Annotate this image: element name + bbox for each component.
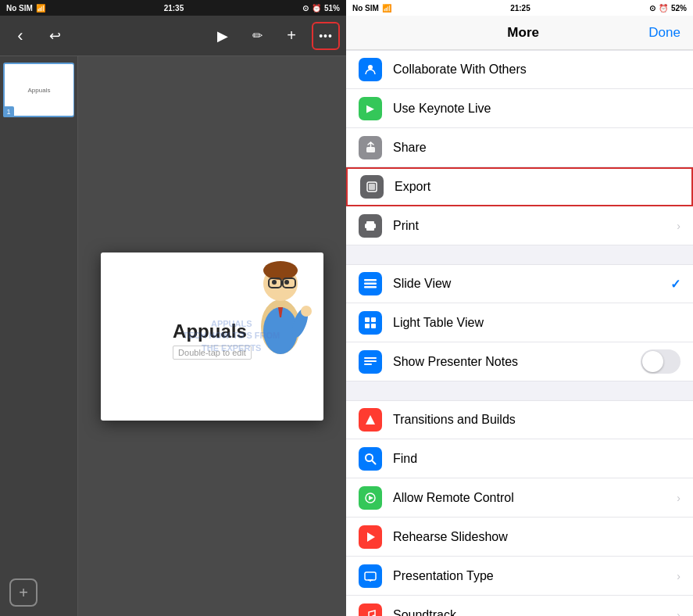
status-right-indicators-left: ⊙ ⏰ 51% (302, 4, 340, 13)
find-label: Find (393, 452, 680, 466)
remote-control-icon (359, 486, 382, 510)
right-panel: No SIM 📶 21:25 ⊙ ⏰ 52% More Done (346, 0, 693, 616)
find-icon (359, 447, 382, 471)
rehearse-icon (359, 525, 382, 549)
presenter-notes-icon (359, 350, 382, 374)
menu-list: Collaborate With Others ▶ Use Keynote Li… (346, 50, 693, 616)
battery-left: 51% (324, 4, 340, 13)
carrier-group-right: No SIM 📶 (352, 4, 391, 13)
menu-item-find[interactable]: Find (346, 439, 693, 478)
menu-section-1: Collaborate With Others ▶ Use Keynote Li… (346, 50, 693, 245)
light-table-label: Light Table View (393, 316, 680, 330)
export-label: Export (395, 180, 679, 194)
toolbar-title: More (507, 25, 539, 41)
slide-view-icon (359, 272, 382, 295)
svg-point-3 (272, 280, 277, 285)
menu-item-presentation-type[interactable]: Presentation Type › (346, 557, 693, 596)
menu-item-print[interactable]: Print › (346, 206, 693, 245)
time-right: 21:25 (510, 4, 530, 13)
svg-rect-36 (365, 572, 376, 580)
toolbar-left: ‹ ↩ ▶ ✏ + ••• (0, 16, 346, 56)
svg-point-2 (263, 261, 298, 280)
presentation-type-chevron-icon: › (677, 570, 680, 582)
soundtrack-chevron-icon: › (677, 609, 680, 617)
menu-item-collaborate[interactable]: Collaborate With Others (346, 50, 693, 89)
svg-rect-22 (364, 286, 377, 288)
back-button[interactable]: ‹ (6, 22, 34, 50)
menu-item-soundtrack[interactable]: Soundtrack › (346, 596, 693, 616)
remote-control-label: Allow Remote Control (393, 491, 677, 505)
slide-view-check-icon: ✓ (670, 277, 680, 292)
menu-item-transitions[interactable]: Transitions and Builds (346, 400, 693, 439)
menu-item-presenter-notes[interactable]: Show Presenter Notes (346, 342, 693, 381)
svg-rect-23 (365, 317, 370, 322)
menu-item-slide-view[interactable]: Slide View ✓ (346, 264, 693, 303)
status-left-group: No SIM 📶 (6, 4, 45, 13)
menu-item-share[interactable]: Share (346, 128, 693, 167)
collaborate-icon (359, 58, 382, 81)
wifi-icon-right: 📶 (382, 4, 391, 13)
presentation-type-icon (359, 564, 382, 588)
svg-marker-34 (369, 496, 373, 500)
svg-marker-30 (366, 415, 375, 424)
share-label: Share (393, 141, 680, 155)
slide-thumbnail-1[interactable]: Appuals 1 (3, 63, 74, 117)
soundtrack-label: Soundtrack (393, 608, 677, 617)
time-left: 21:35 (164, 4, 184, 13)
svg-rect-27 (364, 357, 377, 359)
left-panel: No SIM 📶 21:35 ⊙ ⏰ 51% ‹ ↩ ▶ ✏ + ••• App… (0, 0, 346, 616)
svg-rect-29 (364, 364, 372, 365)
slide-subtitle: Double-tap to edit (173, 346, 252, 360)
svg-rect-26 (371, 324, 376, 328)
presenter-notes-label: Show Presenter Notes (393, 355, 641, 369)
presentation-type-label: Presentation Type (393, 569, 677, 583)
add-button[interactable]: + (277, 22, 305, 50)
svg-rect-20 (364, 279, 377, 281)
remote-control-chevron-icon: › (677, 492, 680, 504)
more-button[interactable]: ••• (312, 22, 340, 50)
add-slide-button[interactable]: + (9, 578, 38, 607)
play-button[interactable]: ▶ (209, 22, 237, 50)
toggle-knob (642, 351, 663, 372)
collaborate-label: Collaborate With Others (393, 63, 680, 77)
print-chevron-icon: › (677, 220, 680, 232)
print-icon (359, 214, 382, 238)
svg-rect-25 (365, 324, 370, 328)
menu-item-keynote-live[interactable]: ▶ Use Keynote Live (346, 89, 693, 128)
menu-item-export[interactable]: Export (346, 167, 693, 206)
menu-item-light-table[interactable]: Light Table View (346, 303, 693, 342)
menu-section-3: Transitions and Builds Find (346, 400, 693, 616)
slide-main-title: Appuals (173, 321, 252, 342)
section-divider-1 (346, 245, 693, 264)
location-icon-left: ⊙ (302, 4, 309, 13)
wifi-icon-left: 📶 (36, 4, 45, 13)
transitions-icon (359, 408, 382, 432)
keynote-live-label: Use Keynote Live (393, 102, 680, 116)
rehearse-label: Rehearse Slideshow (393, 530, 680, 544)
share-icon (359, 136, 382, 159)
slide-view-label: Slide View (393, 277, 670, 291)
svg-rect-13 (366, 147, 375, 152)
soundtrack-icon (359, 603, 382, 617)
svg-point-12 (368, 65, 373, 70)
pen-button[interactable]: ✏ (243, 22, 271, 50)
menu-item-rehearse[interactable]: Rehearse Slideshow (346, 518, 693, 557)
export-icon (360, 175, 384, 199)
done-button[interactable]: Done (648, 25, 680, 41)
alarm-icon-left: ⏰ (312, 4, 321, 13)
location-icon-right: ⊙ (649, 4, 655, 13)
svg-marker-35 (367, 532, 375, 542)
right-toolbar: More Done (346, 16, 693, 50)
undo-button[interactable]: ↩ (41, 22, 69, 50)
slide-preview[interactable]: Appuals Double-tap to edit (101, 252, 323, 421)
print-label: Print (393, 219, 677, 233)
transitions-label: Transitions and Builds (393, 413, 680, 427)
svg-rect-15 (369, 184, 375, 190)
svg-point-4 (284, 280, 289, 285)
svg-point-11 (301, 306, 312, 317)
slide-number-1: 1 (3, 106, 14, 117)
presenter-notes-toggle[interactable] (641, 349, 680, 374)
menu-item-remote-control[interactable]: Allow Remote Control › (346, 478, 693, 518)
svg-rect-28 (364, 360, 377, 362)
carrier-right: No SIM (352, 4, 379, 13)
